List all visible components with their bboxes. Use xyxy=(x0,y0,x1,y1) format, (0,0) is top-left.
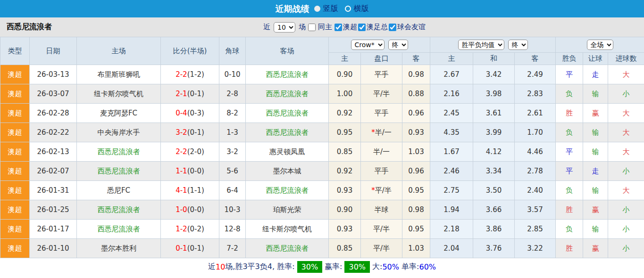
score-cell: 1-1(0-0) xyxy=(161,162,219,181)
corner-score: 5-6 xyxy=(219,162,246,181)
competition-checkbox[interactable] xyxy=(389,24,396,31)
fullmatch-group-header: 全场 xyxy=(556,37,644,53)
summary-segment: 场,胜3平3负4, 胜率: xyxy=(225,262,294,272)
match-date: 26-02-13 xyxy=(30,142,77,162)
result-cell: 平 xyxy=(556,162,583,181)
handicap-home-odds: 0.90 xyxy=(329,65,361,84)
result-cell: 胜 xyxy=(556,200,583,220)
handicap-away-odds: 0.98 xyxy=(402,65,430,84)
changed-line-star: * xyxy=(371,128,375,137)
corner-score: 8-2 xyxy=(219,104,246,123)
col-header-score: 比分(半场) xyxy=(161,37,219,65)
handicap-home-odds: 0.85 xyxy=(329,239,361,258)
competition-checkbox[interactable] xyxy=(335,24,342,31)
score-cell: 0-4(0-3) xyxy=(161,104,219,123)
half-time-score: (1-2) xyxy=(187,70,204,79)
avg-draw-odds: 4.12 xyxy=(473,142,515,162)
away-team: 惠灵顿凤凰 xyxy=(246,142,329,162)
league-badge: 澳超 xyxy=(0,200,30,220)
away-team: 西悉尼流浪者 xyxy=(246,239,329,258)
sub-header-avg-draw: 和 xyxy=(473,53,515,65)
full-time-score: 0-1 xyxy=(176,244,187,253)
goals-result-cell: 大 xyxy=(608,142,644,162)
bookmaker-select[interactable]: Crow* xyxy=(351,40,385,50)
result-cell: 平 xyxy=(556,65,583,84)
sub-header-handicap-result: 让球 xyxy=(583,53,608,65)
view-option-selected[interactable]: 竖版 xyxy=(314,4,338,14)
avg-home-odds: 2.46 xyxy=(430,162,473,181)
home-team: 西悉尼流浪者 xyxy=(77,200,161,220)
goals-result-cell: 小 xyxy=(608,84,644,104)
half-time-score: (0-0) xyxy=(187,167,204,175)
goals-result-cell: 小 xyxy=(608,239,644,258)
summary-segment: 大: xyxy=(372,262,382,272)
results-table: 类型 日期 主场 比分(半场) 角球 客场 Crow* 终 胜平负均值 终 全场 xyxy=(0,37,644,258)
avg-home-odds: 2.18 xyxy=(430,220,473,239)
handicap-group-header: Crow* 终 xyxy=(329,37,430,53)
sub-header-goals: 进球数 xyxy=(608,53,644,65)
avg-away-odds: 2.85 xyxy=(515,220,556,239)
radio-icon xyxy=(314,6,320,12)
table-row: 澳超26-02-07西悉尼流浪者1-1(0-0)5-6墨尔本城0.92平手0.9… xyxy=(0,162,644,181)
view-option-unselected[interactable]: 横版 xyxy=(345,4,369,14)
avg-draw-odds: 3.66 xyxy=(473,200,515,220)
away-team: 西悉尼流浪者 xyxy=(246,104,329,123)
result-cell: 胜 xyxy=(556,239,583,258)
sub-header-avg-home: 主 xyxy=(430,53,473,65)
handicap-line: 半/一 xyxy=(361,142,402,162)
handicap-result-cell: 走 xyxy=(583,162,608,181)
avg-draw-odds: 3.50 xyxy=(473,181,515,200)
avg-draw-odds: 3.34 xyxy=(473,162,515,181)
result-cell: 胜 xyxy=(556,104,583,123)
score-cell: 4-1(1-1) xyxy=(161,181,219,200)
match-date: 26-02-22 xyxy=(30,123,77,142)
avg-away-odds: 2.40 xyxy=(515,181,556,200)
handicap-home-odds: 0.92 xyxy=(329,104,361,123)
table-row: 澳超26-01-31悉尼FC4-1(1-1)6-4西悉尼流浪者0.93*平/半0… xyxy=(0,181,644,200)
home-team: 悉尼FC xyxy=(77,181,161,200)
full-time-score: 4-1 xyxy=(176,186,187,195)
handicap-line: *平/半 xyxy=(361,181,402,200)
full-time-score: 1-1 xyxy=(176,167,187,175)
avg-draw-odds: 3.98 xyxy=(473,84,515,104)
table-row: 澳超26-03-13布里斯班狮吼2-2(1-2)0-10西悉尼流浪者0.90平手… xyxy=(0,65,644,84)
competition-checkbox[interactable] xyxy=(358,24,366,31)
fullmatch-select[interactable]: 全场 xyxy=(587,40,613,50)
score-cell: 1-0(0-0) xyxy=(161,200,219,220)
avg-draw-odds: 3.86 xyxy=(473,220,515,239)
league-badge: 澳超 xyxy=(0,65,30,84)
full-time-score: 2-2 xyxy=(176,70,187,79)
handicap-away-odds: 0.88 xyxy=(402,84,430,104)
goals-result-cell: 小 xyxy=(608,220,644,239)
avg-home-odds: 2.75 xyxy=(430,181,473,200)
avg-draw-odds: 3.76 xyxy=(473,239,515,258)
home-team: 西悉尼流浪者 xyxy=(77,162,161,181)
corner-score: 0-10 xyxy=(219,65,246,84)
goals-result-cell: 大 xyxy=(608,65,644,84)
result-cell: 负 xyxy=(556,181,583,200)
sub-header-handicap-line: 盘口 xyxy=(361,53,402,65)
bookmaker-time-select[interactable]: 终 xyxy=(388,40,408,50)
handicap-home-odds: 0.95 xyxy=(329,123,361,142)
half-time-score: (0-2) xyxy=(187,225,204,233)
same-venue-checkbox[interactable] xyxy=(308,24,316,31)
match-date: 26-01-17 xyxy=(30,220,77,239)
match-date: 26-01-10 xyxy=(30,239,77,258)
avg-odds-select[interactable]: 胜平负均值 xyxy=(458,40,504,50)
col-header-away: 客场 xyxy=(246,37,329,65)
home-team: 西悉尼流浪者 xyxy=(77,220,161,239)
full-time-score: 2-2 xyxy=(176,147,187,156)
summary-segment: 30% xyxy=(297,261,323,273)
recent-count-select[interactable]: 10 xyxy=(274,22,295,33)
handicap-away-odds: 0.95 xyxy=(402,181,430,200)
handicap-away-odds: 0.93 xyxy=(402,123,430,142)
half-time-score: (0-0) xyxy=(187,205,204,214)
avg-away-odds: 4.46 xyxy=(515,142,556,162)
full-time-score: 1-0 xyxy=(176,205,187,214)
avg-away-odds: 3.57 xyxy=(515,200,556,220)
home-team: 西悉尼流浪者 xyxy=(77,142,161,162)
col-header-corner: 角球 xyxy=(219,37,246,65)
avg-time-select[interactable]: 终 xyxy=(508,40,528,50)
score-cell: 3-2(0-1) xyxy=(161,123,219,142)
summary-segment: 单率: xyxy=(399,262,419,272)
